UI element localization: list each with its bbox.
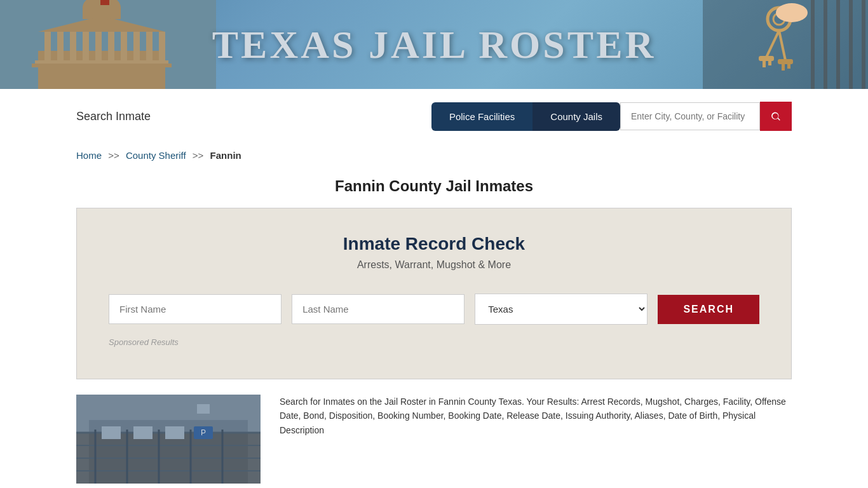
svg-rect-29 bbox=[759, 56, 774, 61]
svg-rect-24 bbox=[849, 0, 853, 89]
county-jails-button[interactable]: County Jails bbox=[532, 102, 620, 131]
last-name-input[interactable] bbox=[292, 294, 465, 324]
breadcrumb-county-sheriff[interactable]: County Sheriff bbox=[126, 150, 186, 161]
facility-search-button[interactable] bbox=[760, 102, 792, 131]
record-check-title: Inmate Record Check bbox=[109, 234, 759, 254]
svg-rect-19 bbox=[0, 0, 216, 89]
state-select[interactable]: AlabamaAlaskaArizonaArkansasCaliforniaCo… bbox=[475, 294, 648, 325]
bottom-section: P Search for Inmates on the Jail Roster … bbox=[76, 395, 792, 484]
search-icon bbox=[770, 111, 782, 122]
breadcrumb: Home >> County Sheriff >> Fannin bbox=[0, 144, 868, 167]
first-name-input[interactable] bbox=[109, 294, 281, 324]
svg-rect-35 bbox=[787, 64, 790, 69]
jail-image: P bbox=[76, 395, 261, 484]
description-text: Search for Inmates on the Jail Roster in… bbox=[280, 395, 792, 437]
svg-rect-25 bbox=[862, 0, 865, 89]
page-title: Fannin County Jail Inmates bbox=[0, 177, 868, 195]
svg-rect-31 bbox=[768, 61, 771, 65]
breadcrumb-home[interactable]: Home bbox=[76, 150, 102, 161]
svg-rect-55 bbox=[76, 395, 261, 484]
keys-image bbox=[703, 0, 868, 89]
inmate-search-button[interactable]: SEARCH bbox=[658, 295, 759, 324]
svg-point-36 bbox=[776, 3, 808, 22]
jail-building-image: P bbox=[76, 395, 261, 484]
svg-rect-22 bbox=[824, 0, 827, 89]
nav-buttons: Police Facilities County Jails bbox=[431, 102, 792, 131]
sponsored-results-label: Sponsored Results bbox=[109, 337, 759, 347]
svg-rect-21 bbox=[811, 0, 815, 89]
search-inmate-label: Search Inmate bbox=[76, 110, 151, 123]
svg-rect-30 bbox=[763, 61, 766, 67]
nav-bar: Search Inmate Police Facilities County J… bbox=[0, 89, 868, 144]
svg-rect-23 bbox=[836, 0, 840, 89]
facility-search-input[interactable] bbox=[620, 102, 760, 130]
police-facilities-button[interactable]: Police Facilities bbox=[431, 102, 532, 131]
inmate-search-row: AlabamaAlaskaArizonaArkansasCaliforniaCo… bbox=[109, 294, 759, 325]
capitol-image bbox=[0, 0, 216, 89]
svg-rect-34 bbox=[782, 64, 785, 71]
record-check-subtitle: Arrests, Warrant, Mugshot & More bbox=[109, 259, 759, 271]
header-banner: Texas Jail Roster bbox=[0, 0, 868, 89]
svg-rect-33 bbox=[778, 59, 793, 64]
breadcrumb-current: Fannin bbox=[210, 150, 241, 161]
breadcrumb-sep2: >> bbox=[193, 150, 204, 161]
banner-title: Texas Jail Roster bbox=[212, 23, 656, 66]
record-check-box: Inmate Record Check Arrests, Warrant, Mu… bbox=[76, 208, 792, 379]
breadcrumb-sep1: >> bbox=[108, 150, 119, 161]
